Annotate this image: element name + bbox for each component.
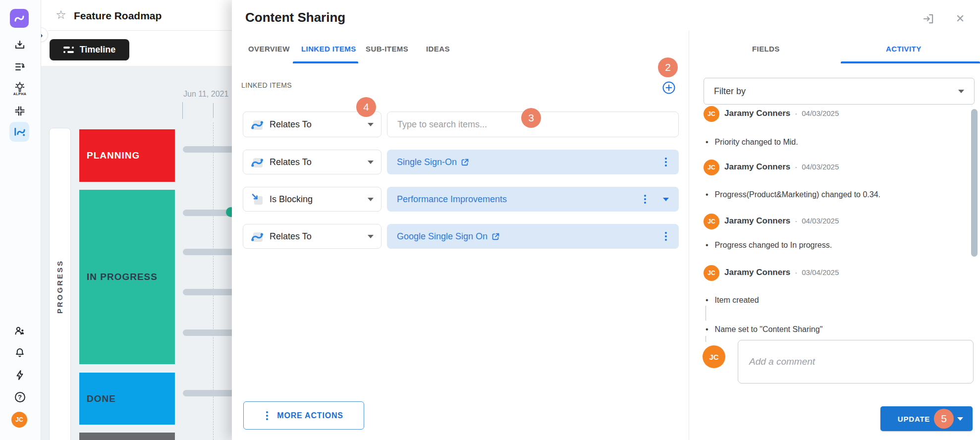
progress-axis: PROGRESS [49,128,71,440]
update-button[interactable]: UPDATE [880,406,973,431]
lane-extra[interactable] [79,433,175,440]
timeline-canvas: Jun 11, 2021 PROGRESS PLANNING IN PROGRE… [41,66,232,440]
backlog-list-icon[interactable] [13,60,26,73]
relates-to-icon [251,230,264,243]
activity-scrollbar[interactable] [971,109,978,257]
activity-avatar: JC [704,214,719,229]
active-tab-underline [293,61,358,63]
relation-select[interactable]: Is Blocking [243,187,381,212]
timeline-bar[interactable] [183,210,232,216]
row-expand-chevron-icon[interactable] [663,198,669,201]
activity-event-text: Priority changed to Mid. [715,138,798,147]
tab-sub-items[interactable]: SUB-ITEMS [366,45,408,53]
row-menu-kebab-icon[interactable] [663,230,669,243]
relation-select[interactable]: Relates To [243,150,381,174]
lane-planning[interactable]: PLANNING [79,129,175,182]
external-link-icon [491,232,500,241]
relates-to-icon [251,156,264,168]
lane-in-progress[interactable]: IN PROGRESS [79,190,175,364]
timeline-bar[interactable] [183,249,232,255]
row-menu-kebab-icon[interactable] [663,156,669,168]
chevron-down-icon [958,90,964,93]
linked-item-link[interactable]: Google Single Sign On [397,231,656,242]
separator: · [795,217,797,225]
panel-divider [689,31,689,440]
linked-item-row[interactable]: Google Single Sign On [387,224,679,249]
tutorial-badge-3: 3 [521,108,541,128]
linked-item-row[interactable]: Single Sign-On [387,150,679,174]
linked-item-label: Performance Improvements [397,194,507,205]
relates-to-icon [251,118,264,131]
header-divider [48,30,232,31]
app-root: ALPHA ? JC ☆ Feature Roadmap » Timeline … [0,0,980,440]
activity-date: 04/03/2025 [802,217,839,225]
timeline-bar[interactable] [183,390,232,396]
tab-overview[interactable]: OVERVIEW [248,45,290,53]
close-icon[interactable]: ✕ [953,12,967,26]
timeline-bar[interactable] [183,146,232,153]
converge-icon[interactable] [13,105,26,117]
more-actions-button[interactable]: MORE ACTIONS [243,401,364,430]
activity-user-name[interactable]: Jaramy Conners [724,216,790,226]
timeline-view-button[interactable]: Timeline [50,39,129,60]
activity-event-text: Item created [715,296,759,305]
help-glyph: ? [15,392,25,402]
board-title: Feature Roadmap [74,10,162,22]
activity-avatar: JC [704,265,719,281]
progress-axis-label: PROGRESS [56,259,64,313]
tutorial-badge-5: 5 [934,409,954,429]
automations-bolt-icon[interactable] [13,369,26,382]
timeline-bar[interactable] [183,289,232,295]
favorite-star-icon[interactable]: ☆ [54,8,67,21]
timeline-bar[interactable] [183,330,232,336]
bullet-glyph: • [706,325,708,334]
app-logo-icon[interactable] [10,9,29,28]
activity-user-name[interactable]: Jaramy Conners [724,268,790,277]
tab-ideas[interactable]: IDEAS [426,45,450,53]
tutorial-badge-4: 4 [356,97,376,117]
notifications-bell-icon[interactable] [13,346,26,359]
lane-done[interactable]: DONE [79,373,175,425]
lane-in-progress-label: IN PROGRESS [87,272,158,282]
activity-header: Jaramy Conners · 04/03/2025 [724,109,839,118]
tab-fields[interactable]: FIELDS [752,45,780,53]
add-linked-item-button[interactable] [662,81,675,94]
modal-title: Content Sharing [245,10,345,25]
inbox-download-icon[interactable] [13,39,26,52]
relation-select[interactable]: Relates To [243,224,381,249]
sidebar: ALPHA ? JC [0,0,41,440]
activity-filter-select[interactable]: Filter by [704,78,975,105]
linked-item-link[interactable]: Performance Improvements [397,194,635,205]
relation-select-value: Relates To [270,231,362,242]
activity-connector [706,336,706,342]
linked-item-link[interactable]: Single Sign-On [397,157,656,167]
bullet-glyph: • [706,296,708,305]
tab-linked-items[interactable]: LINKED ITEMS [301,45,356,53]
roadmap-icon[interactable] [13,125,26,138]
activity-user-name[interactable]: Jaramy Conners [724,162,790,172]
bullet-glyph: • [706,138,708,147]
comment-avatar: JC [703,345,725,368]
activity-header: Jaramy Conners · 03/04/2025 [724,268,839,277]
is-blocking-icon [251,193,264,206]
members-icon[interactable] [13,325,26,337]
open-full-view-icon[interactable] [922,12,935,26]
linked-item-row[interactable]: Performance Improvements [387,187,679,212]
activity-event-text: Progress(Product&Marketing) changed to 0… [715,190,880,199]
activity-event-text: Name set to "Content Sharing" [715,325,823,334]
activity-user-name[interactable]: Jaramy Conners [724,109,790,118]
activity-event-text: Progress changed to In progress. [715,241,832,250]
tab-activity[interactable]: ACTIVITY [886,45,922,53]
help-icon[interactable]: ? [13,390,26,403]
row-menu-kebab-icon[interactable] [642,193,648,206]
active-tab-underline [841,61,980,63]
user-avatar[interactable]: JC [11,412,27,428]
activity-event: • Progress changed to In progress. [706,241,832,250]
separator: · [795,109,797,117]
activity-event: • Item created [706,296,759,305]
chevron-down-icon [368,198,374,201]
comment-input[interactable]: Add a comment [738,340,974,384]
activity-event: • Name set to "Content Sharing" [706,325,822,334]
activity-filter-value: Filter by [714,86,958,97]
activity-header: Jaramy Conners · 04/03/2025 [724,162,839,172]
